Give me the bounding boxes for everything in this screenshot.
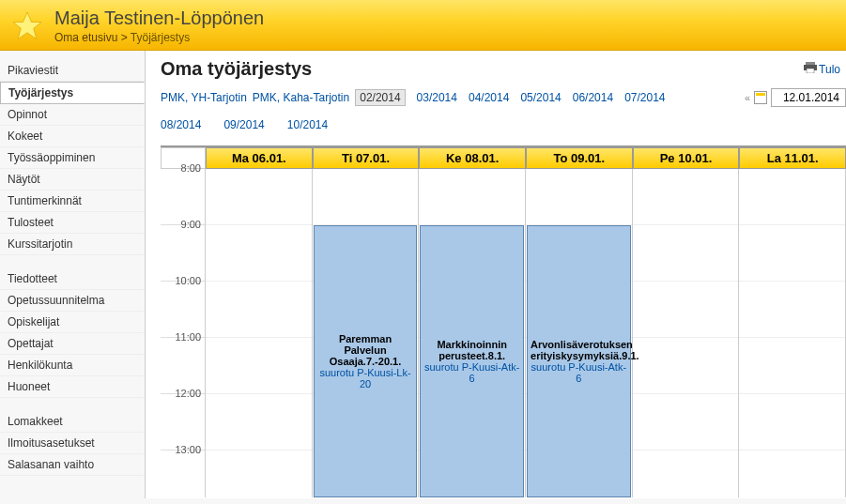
month-link-05-2014[interactable]: 05/2014 [520,91,561,104]
breadcrumb-current: Työjärjestys [131,31,190,44]
event-room-link[interactable]: suurotu P-Kuusi-Lk-20 [317,367,414,389]
sidebar-item-tuntimerkinnät[interactable]: Tuntimerkinnät [0,191,145,212]
date-prev-icon[interactable]: « [745,88,750,108]
time-label: 9:00 [181,219,201,230]
sidebar-item-kokeet[interactable]: Kokeet [0,126,145,147]
day-column: Markkinoinnin perusteet.8.1.suurotu P-Ku… [419,169,526,497]
day-column [206,169,313,497]
app-header: Maija Testinen-Löppönen Oma etusivu > Ty… [0,0,846,51]
day-header: La 11.01. [739,147,846,169]
svg-rect-1 [806,62,815,65]
sidebar-item-huoneet[interactable]: Huoneet [0,376,145,398]
day-column [739,169,846,497]
time-label: 12:00 [175,388,201,399]
sidebar-item-näytöt[interactable]: Näytöt [0,169,145,191]
sidebar-item-kurssitarjotin[interactable]: Kurssitarjotin [0,234,145,255]
sidebar-item-opinnot[interactable]: Opinnot [0,104,145,126]
event-title: Paremman Palvelun Osaaja.7.-20.1. [317,333,414,367]
breadcrumb: Oma etusivu > Työjärjestys [54,31,264,44]
day-column: Arvonlisäverotuksen erityiskysymyksiä.9.… [526,169,633,497]
day-header: Ke 08.01. [419,147,526,169]
day-column [633,169,740,497]
day-header: Pe 10.01. [633,147,740,169]
svg-marker-0 [13,12,41,39]
calendar-event[interactable]: Markkinoinnin perusteet.8.1.suurotu P-Ku… [420,225,524,497]
sidebar-item-työjärjestys[interactable]: Työjärjestys [0,82,145,104]
time-label: 11:00 [175,331,201,343]
month-link-02-2014[interactable]: 02/2014 [355,89,405,106]
sidebar-item-työssäoppiminen[interactable]: Työssäoppiminen [0,147,145,169]
month-link-04-2014[interactable]: 04/2014 [469,91,509,104]
month-link-09-2014[interactable]: 09/2014 [223,115,264,136]
sidebar: PikaviestitTyöjärjestysOpinnotKokeetTyös… [0,51,146,498]
month-link-08-2014[interactable]: 08/2014 [161,115,201,136]
sidebar-item-tulosteet[interactable]: Tulosteet [0,212,145,234]
calendar: Ma 06.01.Ti 07.01.Ke 08.01.To 09.01.Pe 1… [161,145,846,497]
sidebar-item-opetussuunnitelma[interactable]: Opetussuunnitelma [0,290,145,312]
printer-icon [804,62,817,76]
star-icon [9,8,45,44]
sidebar-item-opiskelijat[interactable]: Opiskelijat [0,312,145,333]
time-label: 10:00 [175,275,201,286]
month-link-06-2014[interactable]: 06/2014 [573,91,613,104]
date-input[interactable] [771,88,846,107]
calendar-event[interactable]: Paremman Palvelun Osaaja.7.-20.1.suurotu… [314,225,418,497]
sidebar-item-lomakkeet[interactable]: Lomakkeet [0,411,145,433]
event-room-link[interactable]: suurotu P-Kuusi-Atk-6 [531,361,627,384]
time-label: 13:00 [175,444,201,455]
day-header: Ma 06.01. [206,147,313,169]
nav-pmk-kaha[interactable]: PMK, Kaha-Tarjotin [253,87,349,109]
month-link-10-2014[interactable]: 10/2014 [287,115,328,136]
nav-pmk-yh[interactable]: PMK, YH-Tarjotin [161,87,247,109]
sidebar-item-tiedotteet[interactable]: Tiedotteet [0,268,145,290]
nav-links: PMK, YH-Tarjotin PMK, Kaha-Tarjotin 02/2… [161,87,846,136]
sidebar-item-opettajat[interactable]: Opettajat [0,333,145,355]
event-room-link[interactable]: suurotu P-Kuusi-Atk-6 [423,361,520,384]
page-title: Oma työjärjestys [161,58,846,80]
username: Maija Testinen-Löppönen [54,8,264,29]
date-control: « [745,88,846,108]
time-label: 8:00 [181,162,201,174]
calendar-event[interactable]: Arvonlisäverotuksen erityiskysymyksiä.9.… [527,225,631,497]
sidebar-item-ilmoitusasetukset[interactable]: Ilmoitusasetukset [0,433,145,454]
month-link-07-2014[interactable]: 07/2014 [624,91,665,104]
event-title: Markkinoinnin perusteet.8.1. [423,339,520,361]
main-content: Tulo Oma työjärjestys PMK, YH-Tarjotin P… [146,51,846,498]
svg-rect-3 [807,69,814,73]
day-header: To 09.01. [526,147,633,169]
print-link[interactable]: Tulo [804,62,840,76]
calendar-icon[interactable] [754,91,767,104]
sidebar-item-pikaviestit[interactable]: Pikaviestit [0,60,145,82]
breadcrumb-root[interactable]: Oma etusivu [54,31,117,44]
day-column: Paremman Palvelun Osaaja.7.-20.1.suurotu… [313,169,420,497]
event-title: Arvonlisäverotuksen erityiskysymyksiä.9.… [531,339,627,361]
sidebar-item-henkilökunta[interactable]: Henkilökunta [0,355,145,376]
month-link-03-2014[interactable]: 03/2014 [417,91,457,104]
sidebar-item-salasanan vaihto[interactable]: Salasanan vaihto [0,454,145,476]
day-header: Ti 07.01. [313,147,420,169]
